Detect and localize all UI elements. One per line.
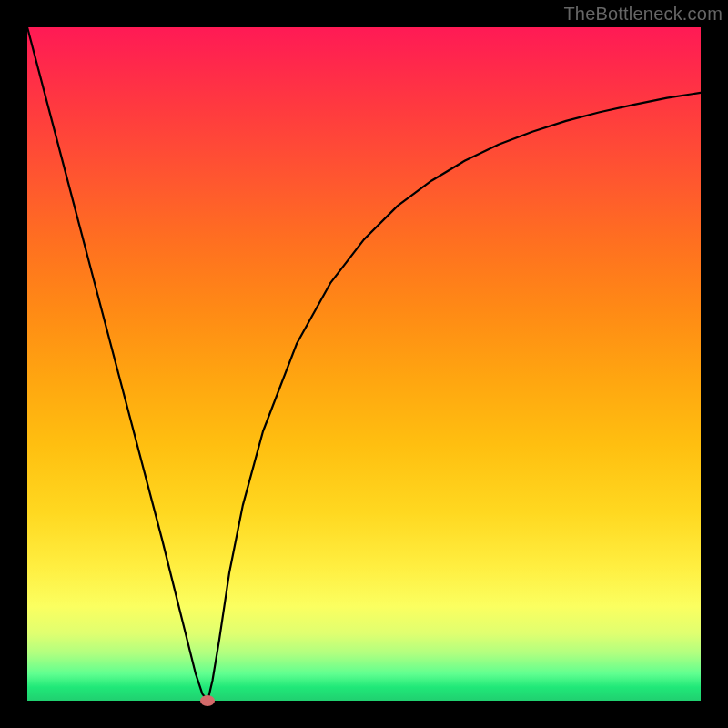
min-marker: [200, 695, 215, 706]
watermark-text: TheBottleneck.com: [563, 4, 723, 25]
chart-frame: TheBottleneck.com: [0, 0, 728, 728]
bottleneck-curve: [27, 27, 701, 701]
plot-area: [27, 27, 701, 701]
curve-path: [27, 27, 701, 701]
